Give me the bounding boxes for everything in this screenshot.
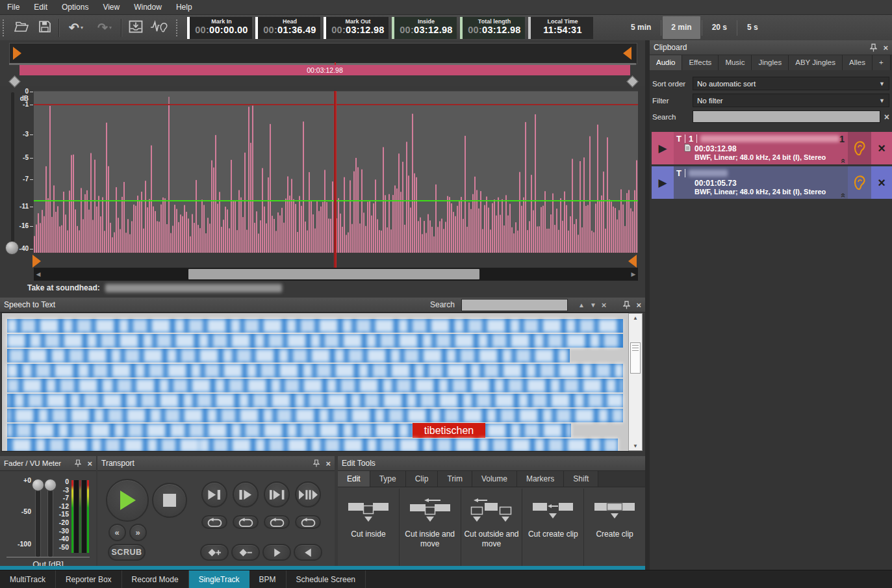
edit-tools-tab-trim[interactable]: Trim: [438, 471, 472, 487]
play-to-markout-button[interactable]: [201, 481, 227, 507]
zoom-preset-5s[interactable]: 5 s: [739, 16, 767, 39]
clipboard-item-1[interactable]: ▶T1100:03:12.98BWF, Linear; 48.0 kHz, 24…: [652, 132, 892, 164]
menu-options[interactable]: Options: [55, 0, 96, 14]
workspace-tab-singletrack[interactable]: SingleTrack: [189, 570, 249, 588]
time-display-inside[interactable]: Inside00:03:12.98: [392, 17, 457, 39]
fader-left-knob[interactable]: [32, 479, 44, 491]
stt-search-input[interactable]: [461, 299, 568, 311]
cut-outside-move-button[interactable]: Cut outside and move: [461, 489, 522, 567]
overview-track[interactable]: [9, 43, 637, 64]
clipboard-item-2[interactable]: ▶T00:01:05.73BWF, Linear; 48.0 kHz, 24 b…: [652, 166, 892, 199]
edit-tools-tab-markers[interactable]: Markers: [517, 471, 564, 487]
pin-icon[interactable]: [75, 459, 81, 467]
time-display-head[interactable]: Head00:01:36.49: [255, 17, 320, 39]
item-body[interactable]: T00:01:05.73BWF, Linear; 48.0 kHz, 24 bi…: [674, 166, 848, 199]
waveform-scrollbar[interactable]: ◀ ▶: [34, 268, 638, 281]
cut-create-clip-button[interactable]: Cut create clip: [522, 489, 583, 567]
panel-splitter[interactable]: [645, 40, 650, 570]
edit-tools-tab-edit[interactable]: Edit: [338, 471, 370, 487]
menu-help[interactable]: Help: [169, 0, 199, 14]
fader-left-track[interactable]: [35, 485, 41, 557]
previous-take-button[interactable]: «: [108, 524, 126, 541]
remove-item-button[interactable]: ×: [871, 132, 892, 164]
play-from-markin-button[interactable]: [233, 481, 259, 507]
pin-icon[interactable]: [313, 459, 320, 467]
scrollbar-thumb[interactable]: [630, 342, 641, 374]
scroll-down-icon[interactable]: ▼: [629, 443, 642, 449]
pin-icon[interactable]: [623, 301, 630, 309]
undo-button[interactable]: ↶▾: [62, 18, 90, 38]
clipboard-tab-+[interactable]: +: [873, 55, 891, 70]
clipboard-search-input[interactable]: [693, 110, 880, 123]
prelisten-button[interactable]: [147, 18, 171, 38]
clipboard-tab-music[interactable]: Music: [719, 55, 752, 70]
play-around-cursor-button[interactable]: [295, 481, 321, 507]
clipboard-tab-effects[interactable]: Effects: [682, 55, 719, 70]
item-body[interactable]: T1100:03:12.98BWF, Linear; 48.0 kHz, 24 …: [674, 132, 848, 164]
right-diamond-handle-icon[interactable]: [626, 75, 638, 87]
import-take-button[interactable]: [124, 18, 147, 38]
search-prev-icon[interactable]: ▲: [578, 301, 585, 309]
toolbar-grip[interactable]: [3, 19, 7, 36]
filter-dropdown[interactable]: No filter ▼: [693, 94, 889, 107]
menu-window[interactable]: Window: [127, 0, 169, 14]
scrollbar-thumb[interactable]: [188, 269, 479, 279]
time-display-mark-out[interactable]: Mark Out00:03:12.98: [324, 17, 389, 39]
edit-tools-tab-clip[interactable]: Clip: [406, 471, 439, 487]
close-icon[interactable]: ×: [883, 44, 888, 52]
loop-to-markout-button[interactable]: [201, 515, 227, 529]
open-button[interactable]: [10, 18, 33, 38]
time-display-mark-in[interactable]: Mark In00:00:00.00: [187, 17, 252, 39]
loop-inside-button[interactable]: [264, 515, 290, 529]
collapse-chevron-icon[interactable]: «: [839, 159, 848, 163]
prelisten-ear-button[interactable]: [848, 132, 871, 164]
close-icon[interactable]: ×: [636, 301, 641, 309]
time-display-local-time[interactable]: Local Time11:54:31: [528, 17, 593, 39]
menu-edit[interactable]: Edit: [27, 0, 55, 14]
collapse-chevron-icon[interactable]: «: [839, 193, 848, 198]
play-inside-button[interactable]: [264, 481, 290, 507]
next-take-button[interactable]: »: [129, 524, 147, 541]
remove-item-button[interactable]: ×: [871, 166, 892, 199]
overview-selection-bar[interactable]: 00:03:12.98: [19, 65, 630, 75]
mark-out-marker-icon[interactable]: [623, 47, 631, 60]
sort-order-dropdown[interactable]: No automatic sort ▼: [693, 77, 889, 90]
close-icon[interactable]: ×: [87, 459, 92, 468]
close-icon[interactable]: ×: [325, 459, 331, 468]
cut-inside-button[interactable]: Cut inside: [338, 489, 399, 567]
zoom-preset-2min[interactable]: 2 min: [663, 16, 700, 39]
left-diamond-handle-icon[interactable]: [8, 75, 20, 87]
prelisten-ear-button[interactable]: [848, 166, 871, 199]
overview-ruler[interactable]: 00:03:12.98: [0, 40, 645, 86]
scroll-right-icon[interactable]: ▶: [629, 271, 638, 277]
search-clear-icon[interactable]: ×: [884, 112, 889, 122]
create-clip-button[interactable]: Create clip: [583, 489, 645, 567]
transcript-scrollbar[interactable]: ▲ ▼: [628, 313, 643, 451]
time-display-total-length[interactable]: Total length00:03:12.98: [460, 17, 525, 39]
scroll-left-icon[interactable]: ◀: [34, 271, 43, 277]
workspace-tab-record-mode[interactable]: Record Mode: [122, 570, 189, 588]
save-button[interactable]: [33, 18, 57, 38]
loop-from-markin-button[interactable]: [233, 515, 259, 529]
zoom-preset-5min[interactable]: 5 min: [622, 16, 659, 39]
step-forward-button[interactable]: [262, 544, 291, 561]
mark-in-lower-marker-icon[interactable]: [32, 255, 41, 268]
scroll-up-icon[interactable]: ▲: [629, 315, 642, 321]
mark-in-marker-icon[interactable]: [13, 47, 21, 60]
mark-out-lower-marker-icon[interactable]: [628, 255, 637, 268]
clipboard-tab-jingles[interactable]: Jingles: [752, 55, 789, 70]
menu-view[interactable]: View: [96, 0, 127, 14]
search-next-icon[interactable]: ▼: [590, 301, 596, 309]
stop-button[interactable]: [152, 483, 187, 518]
transcript-text-area[interactable]: tibetischen: [1, 313, 629, 452]
play-button[interactable]: ▶: [652, 132, 674, 164]
step-back-button[interactable]: [294, 544, 322, 561]
remove-marker-button[interactable]: [231, 544, 260, 561]
workspace-tab-bpm[interactable]: BPM: [249, 570, 287, 588]
playhead-cursor[interactable]: [334, 91, 337, 268]
clipboard-tab-aby-jingles[interactable]: ABY Jingles: [789, 55, 843, 70]
pin-icon[interactable]: [870, 44, 877, 52]
loop-around-cursor-button[interactable]: [295, 515, 321, 529]
play-button[interactable]: ▶: [652, 166, 674, 199]
highlighted-search-word[interactable]: tibetischen: [413, 423, 485, 438]
